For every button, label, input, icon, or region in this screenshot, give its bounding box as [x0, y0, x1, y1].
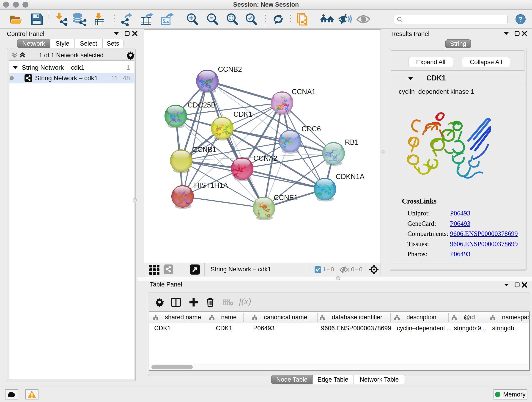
svg-text:CDC6: CDC6: [302, 125, 321, 133]
svg-text:RB1: RB1: [345, 138, 359, 146]
svg-text:CCNA1: CCNA1: [292, 88, 316, 96]
svg-text:CDKN1A: CDKN1A: [336, 172, 365, 181]
svg-text:CCNA2: CCNA2: [253, 154, 278, 162]
svg-text:CCNB2: CCNB2: [218, 65, 242, 73]
svg-text:CCNE1: CCNE1: [274, 194, 298, 202]
svg-text:CDC25B: CDC25B: [188, 101, 215, 109]
svg-text:HIST1H1A: HIST1H1A: [194, 181, 228, 189]
svg-text:CDK1: CDK1: [234, 110, 253, 118]
svg-text:CCNB1: CCNB1: [192, 146, 216, 153]
svg-text:?: ?: [519, 15, 523, 23]
